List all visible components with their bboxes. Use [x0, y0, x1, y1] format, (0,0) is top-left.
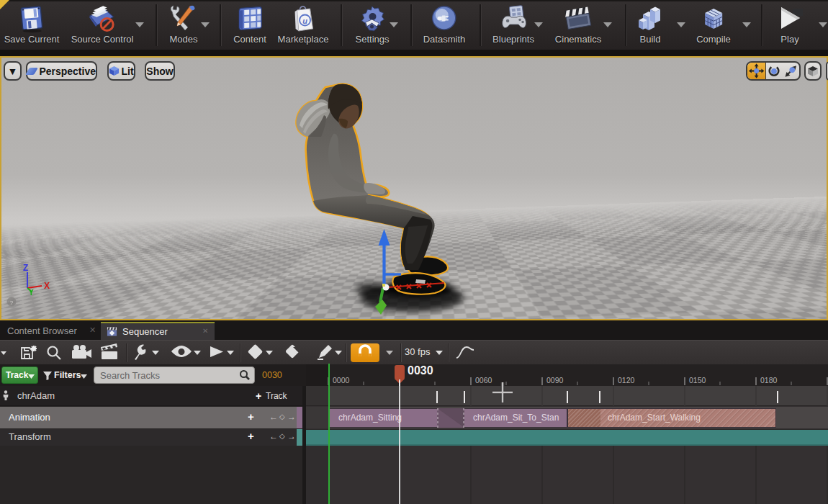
- svg-text:0060: 0060: [475, 376, 492, 384]
- svg-text:?: ?: [10, 300, 14, 306]
- svg-text:u: u: [303, 17, 308, 25]
- svg-text:Z: Z: [23, 263, 28, 273]
- svg-text:X: X: [44, 281, 50, 291]
- svg-text:0150: 0150: [689, 376, 706, 384]
- svg-text:0000: 0000: [333, 376, 350, 384]
- svg-text:0120: 0120: [618, 376, 635, 384]
- svg-text:Y: Y: [29, 289, 34, 297]
- svg-text:0180: 0180: [760, 376, 778, 384]
- svg-text:0090: 0090: [546, 376, 564, 384]
- svg-text:30 fps: 30 fps: [405, 346, 431, 357]
